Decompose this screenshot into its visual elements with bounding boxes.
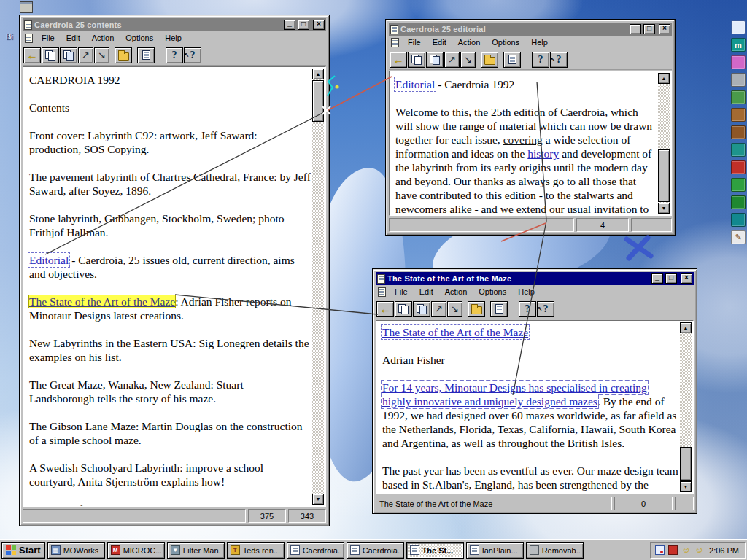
task-ianplain[interactable]: IanPlain... bbox=[466, 542, 524, 559]
scroll-up-button[interactable]: ▲ bbox=[680, 322, 692, 333]
follow-link-button[interactable]: ↗ bbox=[431, 301, 446, 317]
close-button[interactable]: × bbox=[681, 273, 692, 284]
document-dock-icon[interactable] bbox=[731, 20, 746, 34]
menu-file[interactable]: File bbox=[402, 36, 427, 49]
close-button[interactable]: × bbox=[313, 20, 325, 30]
menu-help[interactable]: Help bbox=[525, 36, 554, 49]
scroll-down-button[interactable]: ▼ bbox=[312, 494, 324, 505]
task-caerdroia-editorial[interactable]: Caerdroia... bbox=[347, 542, 404, 559]
task-filter-manager[interactable]: ▼Filter Man... bbox=[167, 542, 225, 559]
scroll-up-button[interactable]: ▲ bbox=[658, 73, 670, 84]
menu-help[interactable]: Help bbox=[159, 32, 187, 44]
maximize-button[interactable]: □ bbox=[665, 273, 677, 284]
task-moworks[interactable]: ▦MOWorks bbox=[47, 542, 105, 559]
menu-edit[interactable]: Edit bbox=[414, 286, 439, 298]
user-tray-icon[interactable] bbox=[681, 545, 691, 555]
help-button[interactable]: ? bbox=[519, 301, 536, 317]
copy-button[interactable] bbox=[42, 47, 59, 63]
red-book-dock-icon[interactable] bbox=[731, 160, 746, 174]
scroll-thumb[interactable] bbox=[658, 149, 670, 202]
scroll-down-button[interactable]: ▼ bbox=[680, 481, 692, 492]
duplicate-button[interactable] bbox=[413, 301, 430, 317]
copy-page-button[interactable] bbox=[503, 52, 521, 68]
help-button[interactable]: ? bbox=[532, 52, 549, 68]
back-button[interactable]: ← bbox=[376, 301, 394, 317]
help-button[interactable]: ? bbox=[166, 47, 183, 63]
duplicate-button[interactable] bbox=[426, 52, 444, 68]
task-state-of-the-art[interactable]: The St... bbox=[406, 542, 464, 559]
menu-options[interactable]: Options bbox=[120, 32, 159, 44]
task-microcosm[interactable]: MMICROC... bbox=[107, 542, 165, 559]
scroll-up-button[interactable]: ▲ bbox=[312, 69, 324, 79]
context-help-button[interactable]: ? bbox=[537, 301, 554, 317]
link-editorial[interactable]: Editorial bbox=[395, 78, 435, 90]
green2-dock-icon[interactable] bbox=[731, 195, 746, 209]
task-teds[interactable]: TTeds ren... bbox=[227, 542, 285, 559]
titlebar[interactable]: The State of the Art of the Maze _ □ × bbox=[376, 272, 694, 285]
close-button[interactable]: × bbox=[659, 24, 670, 34]
menu-edit[interactable]: Edit bbox=[427, 36, 452, 49]
open-button[interactable] bbox=[115, 47, 132, 63]
back-button[interactable]: ← bbox=[390, 52, 407, 68]
copy-page-button[interactable] bbox=[137, 47, 155, 63]
duplicate-button[interactable] bbox=[60, 47, 77, 63]
minimize-button[interactable]: _ bbox=[630, 24, 641, 34]
scroll-thumb[interactable] bbox=[680, 447, 692, 481]
vertical-scrollbar[interactable]: ▲ ▼ bbox=[312, 69, 324, 505]
user-tray-icon[interactable] bbox=[694, 545, 704, 555]
gray-dock-icon[interactable] bbox=[731, 73, 746, 87]
green-dock-icon[interactable] bbox=[731, 90, 746, 104]
open-button[interactable] bbox=[481, 52, 498, 68]
vertical-scrollbar[interactable]: ▲ ▼ bbox=[680, 322, 692, 492]
microcosm-dock-icon[interactable]: m bbox=[731, 38, 746, 52]
menu-action[interactable]: Action bbox=[86, 32, 120, 44]
back-button[interactable]: ← bbox=[23, 47, 41, 63]
display-tray-icon[interactable] bbox=[655, 545, 665, 555]
show-links-button[interactable]: ↘ bbox=[447, 301, 462, 317]
desktop-icon-label[interactable]: Bi bbox=[6, 32, 13, 41]
follow-link-button[interactable]: ↗ bbox=[78, 47, 93, 63]
titlebar[interactable]: Caerdroia 25 editorial _ □ × bbox=[389, 23, 672, 36]
menu-help[interactable]: Help bbox=[512, 286, 541, 298]
menu-options[interactable]: Options bbox=[473, 286, 512, 298]
maximize-button[interactable]: □ bbox=[643, 24, 655, 34]
vertical-scrollbar[interactable]: ▲ ▼ bbox=[658, 73, 670, 214]
link-editorial[interactable]: Editorial bbox=[29, 254, 69, 266]
show-links-button[interactable]: ↘ bbox=[94, 47, 109, 63]
copy-button[interactable] bbox=[395, 301, 412, 317]
green-book-dock-icon[interactable] bbox=[731, 178, 746, 192]
follow-link-button[interactable]: ↗ bbox=[444, 52, 460, 68]
start-button[interactable]: Start bbox=[1, 542, 45, 559]
scroll-down-button[interactable]: ▼ bbox=[658, 203, 670, 214]
link-state-of-the-art[interactable]: The State of the Art of the Maze bbox=[29, 295, 175, 308]
minimize-button[interactable]: _ bbox=[651, 273, 663, 284]
books2-dock-icon[interactable] bbox=[731, 125, 746, 139]
teal-dock-icon[interactable] bbox=[731, 213, 746, 227]
alert-tray-icon[interactable] bbox=[668, 545, 678, 555]
context-help-button[interactable]: ? bbox=[184, 47, 201, 63]
show-links-button[interactable]: ↘ bbox=[460, 52, 476, 68]
scroll-thumb[interactable] bbox=[312, 80, 324, 122]
menu-options[interactable]: Options bbox=[486, 36, 525, 49]
open-button[interactable] bbox=[468, 301, 485, 317]
task-caerdroia-contents[interactable]: Caerdroia... bbox=[287, 542, 344, 559]
copy-page-button[interactable] bbox=[490, 301, 508, 317]
menu-file[interactable]: File bbox=[389, 286, 414, 298]
printer-dock-icon[interactable] bbox=[731, 143, 746, 157]
menu-action[interactable]: Action bbox=[439, 286, 473, 298]
link-state-of-the-art-title[interactable]: The State of the Art of the Maze bbox=[382, 326, 528, 338]
pen-dock-icon[interactable]: ✎ bbox=[731, 230, 746, 244]
link-covering[interactable]: covering bbox=[503, 133, 543, 146]
context-help-button[interactable]: ? bbox=[550, 52, 568, 68]
task-removable[interactable]: Removab... bbox=[526, 542, 584, 559]
books-dock-icon[interactable] bbox=[731, 108, 746, 122]
maximize-button[interactable]: □ bbox=[298, 20, 309, 30]
menu-file[interactable]: File bbox=[36, 32, 61, 44]
magenta-dock-icon[interactable] bbox=[731, 55, 746, 69]
copy-button[interactable] bbox=[408, 52, 425, 68]
minimize-button[interactable]: _ bbox=[284, 20, 295, 30]
menu-action[interactable]: Action bbox=[452, 36, 487, 49]
link-history[interactable]: history bbox=[527, 147, 559, 160]
menu-edit[interactable]: Edit bbox=[61, 32, 86, 44]
titlebar[interactable]: Caerdroia 25 contents _ □ × bbox=[23, 18, 326, 31]
